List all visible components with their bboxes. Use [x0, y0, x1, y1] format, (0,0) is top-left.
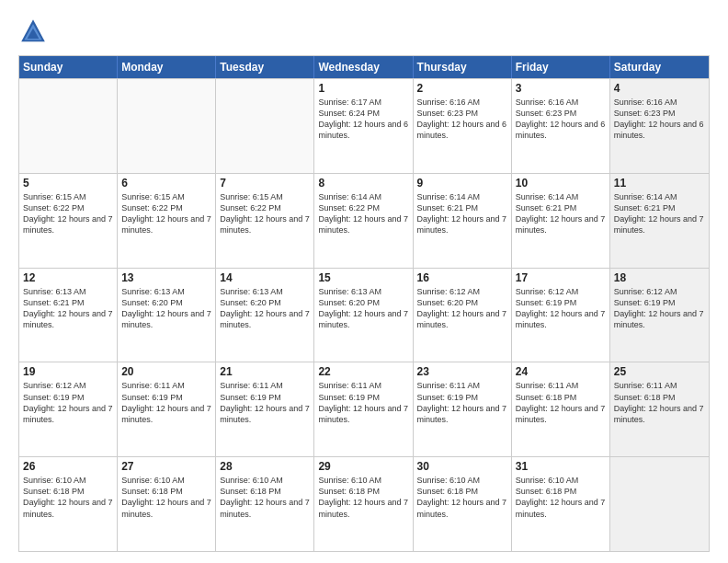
cal-cell: 15Sunrise: 6:13 AM Sunset: 6:20 PM Dayli…: [314, 269, 413, 362]
cal-cell: 26Sunrise: 6:10 AM Sunset: 6:18 PM Dayli…: [19, 457, 118, 551]
day-info: Sunrise: 6:12 AM Sunset: 6:19 PM Dayligh…: [516, 286, 606, 331]
cal-cell: 8Sunrise: 6:14 AM Sunset: 6:22 PM Daylig…: [314, 174, 413, 268]
cal-cell: 10Sunrise: 6:14 AM Sunset: 6:21 PM Dayli…: [512, 174, 610, 268]
day-info: Sunrise: 6:11 AM Sunset: 6:19 PM Dayligh…: [417, 380, 507, 425]
day-info: Sunrise: 6:15 AM Sunset: 6:22 PM Dayligh…: [220, 191, 310, 236]
day-info: Sunrise: 6:16 AM Sunset: 6:23 PM Dayligh…: [417, 97, 507, 142]
day-number: 4: [614, 82, 705, 95]
day-number: 15: [318, 271, 408, 284]
cal-cell: 29Sunrise: 6:10 AM Sunset: 6:18 PM Dayli…: [314, 457, 413, 551]
logo: [18, 17, 53, 46]
day-number: 11: [614, 177, 705, 190]
page: SundayMondayTuesdayWednesdayThursdayFrid…: [0, 0, 728, 563]
day-number: 26: [23, 460, 113, 473]
calendar: SundayMondayTuesdayWednesdayThursdayFrid…: [18, 55, 710, 552]
day-number: 16: [417, 271, 507, 284]
cal-cell: 11Sunrise: 6:14 AM Sunset: 6:21 PM Dayli…: [610, 174, 709, 268]
day-info: Sunrise: 6:12 AM Sunset: 6:19 PM Dayligh…: [23, 380, 113, 425]
cal-cell: 2Sunrise: 6:16 AM Sunset: 6:23 PM Daylig…: [414, 79, 512, 173]
day-info: Sunrise: 6:11 AM Sunset: 6:18 PM Dayligh…: [614, 380, 705, 425]
header-day-monday: Monday: [118, 56, 216, 78]
day-info: Sunrise: 6:12 AM Sunset: 6:19 PM Dayligh…: [614, 286, 705, 331]
day-number: 19: [23, 365, 113, 378]
header: [18, 17, 710, 46]
cal-cell: 17Sunrise: 6:12 AM Sunset: 6:19 PM Dayli…: [512, 269, 610, 362]
day-info: Sunrise: 6:17 AM Sunset: 6:24 PM Dayligh…: [318, 97, 408, 142]
day-info: Sunrise: 6:16 AM Sunset: 6:23 PM Dayligh…: [614, 97, 705, 142]
cal-cell: 27Sunrise: 6:10 AM Sunset: 6:18 PM Dayli…: [118, 457, 216, 551]
day-number: 22: [318, 365, 408, 378]
day-info: Sunrise: 6:10 AM Sunset: 6:18 PM Dayligh…: [318, 475, 408, 520]
day-info: Sunrise: 6:13 AM Sunset: 6:20 PM Dayligh…: [121, 286, 211, 331]
day-number: 25: [614, 365, 705, 378]
cal-cell: 14Sunrise: 6:13 AM Sunset: 6:20 PM Dayli…: [216, 269, 314, 362]
week-row-5: 26Sunrise: 6:10 AM Sunset: 6:18 PM Dayli…: [19, 456, 709, 551]
day-number: 21: [220, 365, 310, 378]
cal-cell: 9Sunrise: 6:14 AM Sunset: 6:21 PM Daylig…: [414, 174, 512, 268]
cal-cell: 5Sunrise: 6:15 AM Sunset: 6:22 PM Daylig…: [19, 174, 118, 268]
day-info: Sunrise: 6:11 AM Sunset: 6:19 PM Dayligh…: [318, 380, 408, 425]
day-info: Sunrise: 6:10 AM Sunset: 6:18 PM Dayligh…: [121, 475, 211, 520]
day-info: Sunrise: 6:14 AM Sunset: 6:21 PM Dayligh…: [516, 191, 606, 236]
cal-cell: [216, 79, 314, 173]
day-number: 18: [614, 271, 705, 284]
day-info: Sunrise: 6:10 AM Sunset: 6:18 PM Dayligh…: [417, 475, 507, 520]
cal-cell: 28Sunrise: 6:10 AM Sunset: 6:18 PM Dayli…: [216, 457, 314, 551]
week-row-3: 12Sunrise: 6:13 AM Sunset: 6:21 PM Dayli…: [19, 268, 709, 362]
cal-cell: 30Sunrise: 6:10 AM Sunset: 6:18 PM Dayli…: [414, 457, 512, 551]
cal-cell: 1Sunrise: 6:17 AM Sunset: 6:24 PM Daylig…: [314, 79, 413, 173]
day-number: 7: [220, 177, 310, 190]
cal-cell: 13Sunrise: 6:13 AM Sunset: 6:20 PM Dayli…: [118, 269, 216, 362]
header-day-thursday: Thursday: [414, 56, 512, 78]
cal-cell: 4Sunrise: 6:16 AM Sunset: 6:23 PM Daylig…: [610, 79, 709, 173]
header-day-sunday: Sunday: [19, 56, 118, 78]
day-number: 30: [417, 460, 507, 473]
day-number: 23: [417, 365, 507, 378]
day-info: Sunrise: 6:16 AM Sunset: 6:23 PM Dayligh…: [516, 97, 606, 142]
cal-cell: 22Sunrise: 6:11 AM Sunset: 6:19 PM Dayli…: [314, 362, 413, 456]
day-info: Sunrise: 6:10 AM Sunset: 6:18 PM Dayligh…: [23, 475, 113, 520]
cal-cell: 7Sunrise: 6:15 AM Sunset: 6:22 PM Daylig…: [216, 174, 314, 268]
cal-cell: 19Sunrise: 6:12 AM Sunset: 6:19 PM Dayli…: [19, 362, 118, 456]
cal-cell: 12Sunrise: 6:13 AM Sunset: 6:21 PM Dayli…: [19, 269, 118, 362]
day-number: 5: [23, 177, 113, 190]
cal-cell: [19, 79, 118, 173]
day-info: Sunrise: 6:15 AM Sunset: 6:22 PM Dayligh…: [23, 191, 113, 236]
cal-cell: [118, 79, 216, 173]
day-number: 31: [516, 460, 606, 473]
cal-cell: 3Sunrise: 6:16 AM Sunset: 6:23 PM Daylig…: [512, 79, 610, 173]
week-row-4: 19Sunrise: 6:12 AM Sunset: 6:19 PM Dayli…: [19, 362, 709, 456]
cal-cell: [610, 457, 709, 551]
day-number: 14: [220, 271, 310, 284]
cal-cell: 31Sunrise: 6:10 AM Sunset: 6:18 PM Dayli…: [512, 457, 610, 551]
day-number: 24: [516, 365, 606, 378]
day-info: Sunrise: 6:11 AM Sunset: 6:19 PM Dayligh…: [220, 380, 310, 425]
header-day-wednesday: Wednesday: [314, 56, 413, 78]
cal-cell: 21Sunrise: 6:11 AM Sunset: 6:19 PM Dayli…: [216, 362, 314, 456]
day-info: Sunrise: 6:10 AM Sunset: 6:18 PM Dayligh…: [220, 475, 310, 520]
cal-cell: 6Sunrise: 6:15 AM Sunset: 6:22 PM Daylig…: [118, 174, 216, 268]
cal-cell: 24Sunrise: 6:11 AM Sunset: 6:18 PM Dayli…: [512, 362, 610, 456]
cal-cell: 20Sunrise: 6:11 AM Sunset: 6:19 PM Dayli…: [118, 362, 216, 456]
day-info: Sunrise: 6:10 AM Sunset: 6:18 PM Dayligh…: [516, 475, 606, 520]
day-info: Sunrise: 6:11 AM Sunset: 6:18 PM Dayligh…: [516, 380, 606, 425]
day-number: 13: [121, 271, 211, 284]
day-number: 2: [417, 82, 507, 95]
day-info: Sunrise: 6:15 AM Sunset: 6:22 PM Dayligh…: [121, 191, 211, 236]
cal-cell: 16Sunrise: 6:12 AM Sunset: 6:20 PM Dayli…: [414, 269, 512, 362]
cal-cell: 25Sunrise: 6:11 AM Sunset: 6:18 PM Dayli…: [610, 362, 709, 456]
day-number: 10: [516, 177, 606, 190]
day-number: 12: [23, 271, 113, 284]
day-number: 17: [516, 271, 606, 284]
day-info: Sunrise: 6:13 AM Sunset: 6:20 PM Dayligh…: [220, 286, 310, 331]
calendar-header: SundayMondayTuesdayWednesdayThursdayFrid…: [19, 56, 709, 78]
day-number: 8: [318, 177, 408, 190]
day-info: Sunrise: 6:12 AM Sunset: 6:20 PM Dayligh…: [417, 286, 507, 331]
day-info: Sunrise: 6:14 AM Sunset: 6:22 PM Dayligh…: [318, 191, 408, 236]
week-row-2: 5Sunrise: 6:15 AM Sunset: 6:22 PM Daylig…: [19, 173, 709, 268]
calendar-body: 1Sunrise: 6:17 AM Sunset: 6:24 PM Daylig…: [19, 78, 709, 551]
day-number: 3: [516, 82, 606, 95]
week-row-1: 1Sunrise: 6:17 AM Sunset: 6:24 PM Daylig…: [19, 78, 709, 173]
day-info: Sunrise: 6:14 AM Sunset: 6:21 PM Dayligh…: [614, 191, 705, 236]
day-info: Sunrise: 6:13 AM Sunset: 6:21 PM Dayligh…: [23, 286, 113, 331]
